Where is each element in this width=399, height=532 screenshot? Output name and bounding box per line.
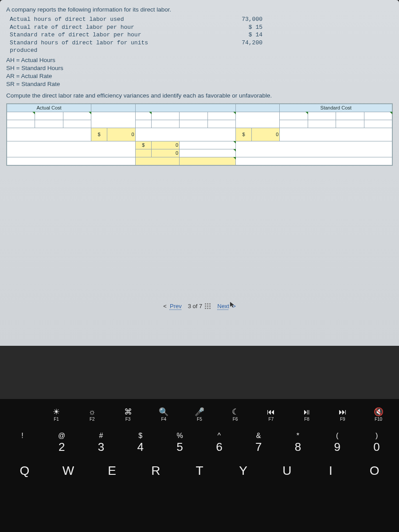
cell[interactable] bbox=[91, 112, 136, 128]
cell[interactable] bbox=[135, 128, 235, 141]
fn-key: ☼F2 bbox=[75, 407, 110, 422]
actual-total-value: 0 bbox=[107, 128, 135, 141]
cell[interactable] bbox=[135, 120, 151, 128]
number-key: *8 bbox=[281, 431, 315, 454]
def-sr: SR = Standard Rate bbox=[6, 80, 393, 88]
prev-button[interactable]: < Prev bbox=[163, 303, 182, 309]
fn-key: 🔇F10 bbox=[361, 407, 396, 422]
header-standard-cost: Standard Cost bbox=[280, 104, 392, 112]
letter-key: I bbox=[312, 464, 350, 478]
value-actual-rate: $ 15 bbox=[178, 23, 262, 31]
number-key: )0 bbox=[360, 431, 394, 454]
cell[interactable] bbox=[364, 112, 392, 120]
def-ah: AH = Actual Hours bbox=[6, 56, 393, 64]
header-blank-2 bbox=[135, 104, 235, 112]
letter-key: Q bbox=[5, 464, 43, 478]
fn-key: ⏭F9 bbox=[325, 407, 360, 422]
cell[interactable] bbox=[280, 128, 392, 141]
grid-icon[interactable] bbox=[205, 303, 211, 309]
header-blank-1 bbox=[91, 104, 136, 112]
number-row: !@2#3$4%5^6&7*8(9)0 bbox=[0, 431, 399, 454]
label-standard-rate: Standard rate of direct labor per hour bbox=[10, 31, 178, 39]
label-standard-hours: Standard hours of direct labor for units… bbox=[10, 39, 178, 55]
next-button[interactable]: Next > bbox=[217, 303, 236, 309]
rate-variance-type[interactable] bbox=[180, 141, 236, 149]
cell[interactable] bbox=[35, 112, 63, 120]
fn-key: ☀F1 bbox=[39, 407, 74, 422]
cell[interactable] bbox=[235, 141, 392, 157]
cell[interactable] bbox=[336, 120, 364, 128]
letter-key: O bbox=[356, 464, 394, 478]
cell[interactable] bbox=[207, 112, 235, 120]
fn-key: ⌘F3 bbox=[111, 407, 145, 422]
eff-variance-currency bbox=[135, 149, 151, 157]
letter-key: U bbox=[268, 464, 306, 478]
cell[interactable] bbox=[280, 120, 308, 128]
fn-key bbox=[3, 407, 38, 422]
actual-total-currency: $ bbox=[91, 128, 107, 141]
rate-variance-value: 0 bbox=[151, 141, 179, 149]
cell[interactable] bbox=[151, 120, 179, 128]
number-key: $4 bbox=[123, 431, 158, 454]
cell[interactable] bbox=[207, 120, 235, 128]
worksheet-container: Actual Cost Standard Cost $ bbox=[6, 103, 393, 166]
problem-intro: A company reports the following informat… bbox=[6, 6, 393, 13]
letter-key: W bbox=[49, 464, 87, 478]
letter-key: R bbox=[137, 464, 175, 478]
cell[interactable] bbox=[308, 120, 336, 128]
cell[interactable] bbox=[151, 112, 179, 120]
cell[interactable] bbox=[135, 112, 151, 120]
cell[interactable] bbox=[63, 120, 91, 128]
cell[interactable] bbox=[280, 112, 308, 120]
variable-definitions: AH = Actual Hours SH = Standard Hours AR… bbox=[6, 56, 393, 89]
cell[interactable] bbox=[7, 120, 35, 128]
label-actual-hours: Actual hours of direct labor used bbox=[10, 16, 178, 23]
number-key: (9 bbox=[320, 431, 355, 454]
cell[interactable] bbox=[180, 112, 207, 120]
given-data-block: Actual hours of direct labor used Actual… bbox=[10, 16, 393, 55]
number-key: #3 bbox=[84, 431, 118, 454]
cell[interactable] bbox=[235, 157, 392, 165]
cell[interactable] bbox=[7, 128, 91, 141]
cell[interactable] bbox=[63, 112, 91, 120]
cell[interactable] bbox=[308, 112, 336, 120]
fn-key: ☾F6 bbox=[218, 407, 253, 422]
total-variance-value[interactable] bbox=[135, 157, 180, 165]
def-ar: AR = Actual Rate bbox=[6, 72, 393, 80]
value-standard-rate: $ 14 bbox=[178, 31, 262, 39]
rate-variance-currency: $ bbox=[135, 141, 151, 149]
def-sh: SH = Standard Hours bbox=[6, 64, 393, 72]
value-actual-hours: 73,000 bbox=[178, 16, 262, 23]
standard-total-currency: $ bbox=[235, 128, 251, 141]
pager-display: 3 of 7 bbox=[188, 303, 211, 309]
cell[interactable] bbox=[180, 120, 207, 128]
physical-keyboard: ☀F1☼F2⌘F3🔍F4🎤F5☾F6⏮F7⏯F8⏭F9🔇F10 !@2#3$4%… bbox=[0, 399, 399, 532]
number-key: &7 bbox=[241, 431, 276, 454]
cell[interactable] bbox=[7, 141, 136, 157]
pager-text: 3 of 7 bbox=[188, 303, 203, 309]
header-blank-3 bbox=[235, 104, 280, 112]
fn-key: ⏮F7 bbox=[254, 407, 288, 422]
cell[interactable] bbox=[336, 112, 364, 120]
cell[interactable] bbox=[235, 112, 280, 128]
cell[interactable] bbox=[35, 120, 63, 128]
label-actual-rate: Actual rate of direct labor per hour bbox=[10, 23, 178, 31]
fn-key: 🔍F4 bbox=[146, 407, 181, 422]
number-key: @2 bbox=[44, 431, 79, 454]
header-actual-cost: Actual Cost bbox=[7, 104, 91, 112]
total-variance-type[interactable] bbox=[180, 157, 236, 165]
cell[interactable] bbox=[7, 112, 35, 120]
number-key: ! bbox=[5, 431, 39, 454]
eff-variance-type[interactable] bbox=[180, 149, 236, 157]
number-key: ^6 bbox=[202, 431, 236, 454]
cursor-icon bbox=[229, 301, 236, 308]
given-labels: Actual hours of direct labor used Actual… bbox=[10, 16, 178, 55]
fn-key: 🎤F5 bbox=[182, 407, 217, 422]
cell[interactable] bbox=[7, 157, 136, 165]
cell[interactable] bbox=[364, 120, 392, 128]
number-key: %5 bbox=[163, 431, 197, 454]
letter-row: QWERTYUIO bbox=[0, 464, 399, 478]
letter-key: Y bbox=[224, 464, 262, 478]
eff-variance-value: 0 bbox=[151, 149, 179, 157]
letter-key: E bbox=[93, 464, 131, 478]
